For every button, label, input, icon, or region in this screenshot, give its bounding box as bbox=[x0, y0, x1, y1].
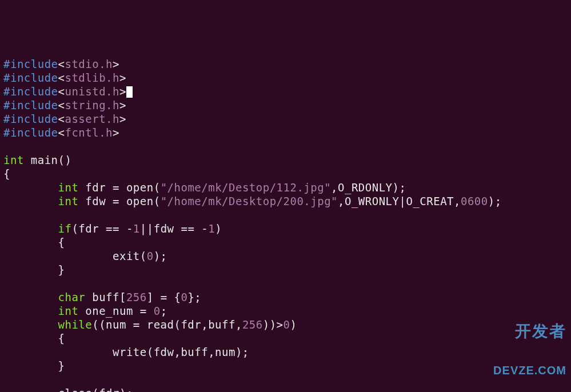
code-token: #include bbox=[3, 71, 58, 84]
code-token: int bbox=[58, 305, 79, 317]
code-line: } bbox=[3, 359, 568, 373]
code-line bbox=[3, 277, 568, 290]
watermark-line2: DEVZE.COM bbox=[493, 364, 566, 377]
code-token: write(fdw,buff,num); bbox=[3, 346, 249, 358]
code-token: #include bbox=[3, 126, 58, 139]
code-token: ,O_RDONLY); bbox=[331, 181, 406, 194]
code-token bbox=[3, 222, 58, 235]
code-token: fdw = open( bbox=[78, 195, 160, 207]
code-token: 0 bbox=[181, 291, 187, 303]
code-token: fcntl.h bbox=[65, 126, 113, 139]
code-line: int fdw = open("/home/mk/Desktop/200.jpg… bbox=[3, 194, 568, 208]
code-token: while bbox=[58, 318, 93, 331]
code-line: exit(0); bbox=[3, 249, 568, 263]
code-token: < bbox=[58, 113, 65, 125]
code-token: 256 bbox=[242, 318, 263, 331]
code-token: stdlib.h bbox=[65, 71, 119, 84]
code-line: if(fdr == -1||fdw == -1) bbox=[3, 222, 568, 235]
code-line bbox=[3, 373, 568, 386]
code-token: < bbox=[58, 71, 65, 84]
code-token: > bbox=[119, 85, 126, 98]
code-line: int main() bbox=[3, 153, 568, 167]
code-token: main() bbox=[24, 154, 72, 166]
code-token: { bbox=[3, 236, 65, 249]
code-line: #include<unistd.h> bbox=[3, 85, 568, 98]
code-token: 0600 bbox=[461, 195, 488, 207]
code-token: < bbox=[58, 99, 65, 111]
code-token: ; bbox=[161, 305, 167, 317]
code-line: char buff[256] = {0}; bbox=[3, 290, 568, 304]
code-line: int one_num = 0; bbox=[3, 304, 568, 318]
code-token: > bbox=[119, 99, 126, 111]
code-token: }; bbox=[187, 291, 201, 303]
code-token: #include bbox=[3, 58, 58, 70]
watermark: 开发者 DEVZE.COM bbox=[493, 299, 566, 389]
code-token: ) bbox=[290, 318, 297, 331]
code-token: > bbox=[119, 113, 126, 125]
code-line: #include<string.h> bbox=[3, 98, 568, 112]
code-line: { bbox=[3, 331, 568, 345]
code-line: { bbox=[3, 167, 568, 181]
code-token: int bbox=[58, 181, 79, 194]
code-token: exit( bbox=[3, 250, 147, 262]
code-editor[interactable]: #include<stdio.h>#include<stdlib.h>#incl… bbox=[3, 57, 568, 392]
code-line: { bbox=[3, 235, 568, 249]
code-token: ||fdw == - bbox=[140, 222, 208, 235]
code-token: stdio.h bbox=[65, 58, 113, 70]
code-token: "/home/mk/Destop/112.jpg" bbox=[161, 181, 331, 194]
code-token: int bbox=[58, 195, 79, 207]
code-token: 1 bbox=[133, 222, 140, 235]
code-token: "/home/mk/Desktop/200.jpg" bbox=[161, 195, 338, 207]
code-token: { bbox=[3, 332, 65, 345]
code-line: #include<assert.h> bbox=[3, 112, 568, 126]
code-token: } bbox=[3, 359, 65, 372]
code-token: 0 bbox=[154, 305, 161, 317]
code-token: ); bbox=[488, 195, 502, 207]
code-token bbox=[3, 181, 58, 194]
code-token: close(fdr); bbox=[3, 387, 133, 392]
code-token: 0 bbox=[283, 318, 290, 331]
code-token: > bbox=[113, 126, 119, 139]
code-token bbox=[3, 318, 58, 331]
code-token: string.h bbox=[65, 99, 119, 111]
code-token: < bbox=[58, 58, 65, 70]
code-line: while((num = read(fdr,buff,256))>0) bbox=[3, 318, 568, 331]
text-cursor bbox=[126, 86, 133, 98]
code-token: one_num = bbox=[78, 305, 153, 317]
code-token: assert.h bbox=[65, 113, 119, 125]
code-token: char bbox=[58, 291, 86, 303]
code-token: > bbox=[113, 58, 119, 70]
code-token: } bbox=[3, 263, 65, 276]
code-token: int bbox=[3, 154, 24, 166]
code-token bbox=[3, 291, 58, 303]
code-token: if bbox=[58, 222, 72, 235]
code-token: (fdr == - bbox=[71, 222, 133, 235]
code-token: > bbox=[119, 71, 126, 84]
code-token: fdr = open( bbox=[78, 181, 160, 194]
code-line: int fdr = open("/home/mk/Destop/112.jpg"… bbox=[3, 181, 568, 194]
code-token: ); bbox=[154, 250, 167, 262]
code-token: < bbox=[58, 85, 65, 98]
code-token: < bbox=[58, 126, 65, 139]
code-token: #include bbox=[3, 99, 58, 111]
code-token: ((num = read(fdr,buff, bbox=[92, 318, 242, 331]
code-line bbox=[3, 208, 568, 222]
code-token: ] = { bbox=[147, 291, 181, 303]
code-line: #include<stdlib.h> bbox=[3, 71, 568, 85]
code-token: 1 bbox=[208, 222, 215, 235]
code-line: close(fdr); bbox=[3, 386, 568, 392]
code-line: write(fdw,buff,num); bbox=[3, 345, 568, 359]
code-token: #include bbox=[3, 85, 58, 98]
code-line: } bbox=[3, 263, 568, 277]
code-token: { bbox=[3, 167, 10, 180]
code-token bbox=[3, 195, 58, 207]
code-token: #include bbox=[3, 113, 58, 125]
code-token: buff[ bbox=[85, 291, 126, 303]
code-line bbox=[3, 139, 568, 153]
code-token: ))> bbox=[263, 318, 283, 331]
code-line: #include<stdio.h> bbox=[3, 57, 568, 71]
code-token: ,O_WRONLY|O_CREAT, bbox=[338, 195, 461, 207]
code-token: 0 bbox=[147, 250, 154, 262]
code-token: unistd.h bbox=[65, 85, 119, 98]
code-line: #include<fcntl.h> bbox=[3, 126, 568, 139]
